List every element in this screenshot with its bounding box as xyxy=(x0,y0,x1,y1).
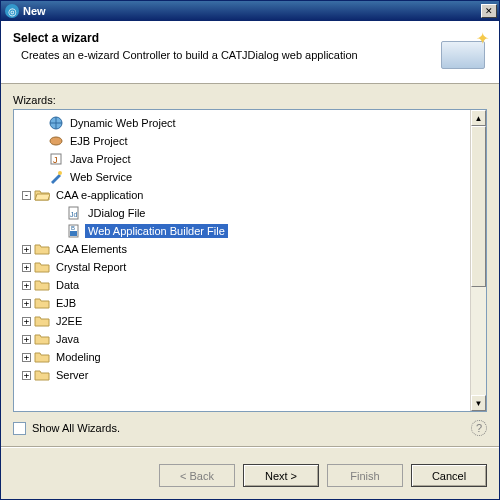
banner-description: Creates an e-wizard Controller to build … xyxy=(13,49,433,61)
banner-icon: ✦ xyxy=(433,31,487,71)
tree-item-label: Web Service xyxy=(67,170,135,184)
banner-text: Select a wizard Creates an e-wizard Cont… xyxy=(13,31,433,71)
tree-item-label: Java xyxy=(53,332,82,346)
svg-text:Jd: Jd xyxy=(70,211,78,218)
wizard-banner: Select a wizard Creates an e-wizard Cont… xyxy=(1,21,499,84)
back-button: < Back xyxy=(159,464,235,487)
show-all-checkbox[interactable] xyxy=(13,422,26,435)
folder-icon xyxy=(34,277,50,293)
tree-item-label: CAA e-application xyxy=(53,188,146,202)
vertical-scrollbar[interactable]: ▲ ▼ xyxy=(470,110,486,411)
expand-icon[interactable]: + xyxy=(22,263,31,272)
folder-icon xyxy=(34,295,50,311)
tree-item-caa-elements[interactable]: + CAA Elements xyxy=(16,240,468,258)
file-icon: B xyxy=(66,223,82,239)
finish-button: Finish xyxy=(327,464,403,487)
expand-icon[interactable]: + xyxy=(22,299,31,308)
tree-item-label: Dynamic Web Project xyxy=(67,116,179,130)
new-wizard-dialog: ◎ New ✕ Select a wizard Creates an e-wiz… xyxy=(0,0,500,500)
cancel-button[interactable]: Cancel xyxy=(411,464,487,487)
window-title: New xyxy=(23,5,481,17)
folder-open-icon xyxy=(34,187,50,203)
expand-icon[interactable]: + xyxy=(22,281,31,290)
tree-item-label: EJB xyxy=(53,296,79,310)
folder-icon xyxy=(34,313,50,329)
folder-icon xyxy=(34,259,50,275)
tree-item-label: Server xyxy=(53,368,91,382)
tree-item-jdialog[interactable]: Jd JDialog File xyxy=(16,204,468,222)
scroll-thumb[interactable] xyxy=(471,126,486,287)
tree-label: Wizards: xyxy=(13,94,487,106)
tree-item-label: Data xyxy=(53,278,82,292)
banner-heading: Select a wizard xyxy=(13,31,433,45)
expand-icon[interactable]: + xyxy=(22,245,31,254)
tree-item-modeling[interactable]: + Modeling xyxy=(16,348,468,366)
tree-item-ejb[interactable]: + EJB xyxy=(16,294,468,312)
svg-point-1 xyxy=(50,137,62,145)
close-button[interactable]: ✕ xyxy=(481,4,497,18)
scroll-track[interactable] xyxy=(471,126,486,395)
help-icon[interactable]: ? xyxy=(471,420,487,436)
button-bar: < Back Next > Finish Cancel xyxy=(1,454,499,499)
globe-icon xyxy=(48,115,64,131)
folder-icon xyxy=(34,349,50,365)
file-icon: Jd xyxy=(66,205,82,221)
tree-item-label: JDialog File xyxy=(85,206,148,220)
expand-icon[interactable]: + xyxy=(22,353,31,362)
java-icon: J xyxy=(48,151,64,167)
expander-icon xyxy=(36,119,45,128)
scroll-up-icon[interactable]: ▲ xyxy=(471,110,486,126)
next-button[interactable]: Next > xyxy=(243,464,319,487)
tree-item-server[interactable]: + Server xyxy=(16,366,468,384)
expand-icon[interactable]: + xyxy=(22,335,31,344)
bean-icon xyxy=(48,133,64,149)
expand-icon[interactable]: + xyxy=(22,317,31,326)
collapse-icon[interactable]: - xyxy=(22,191,31,200)
tree-item-label: Modeling xyxy=(53,350,104,364)
scroll-down-icon[interactable]: ▼ xyxy=(471,395,486,411)
show-all-label: Show All Wizards. xyxy=(32,422,120,434)
title-bar: ◎ New ✕ xyxy=(1,1,499,21)
svg-point-4 xyxy=(58,171,62,175)
app-icon: ◎ xyxy=(5,4,19,18)
folder-icon xyxy=(34,241,50,257)
svg-text:B: B xyxy=(71,225,75,231)
tree-item-crystal[interactable]: + Crystal Report xyxy=(16,258,468,276)
wizard-icon xyxy=(48,169,64,185)
expand-icon[interactable]: + xyxy=(22,371,31,380)
folder-icon xyxy=(34,331,50,347)
tree-item-java-project[interactable]: J Java Project xyxy=(16,150,468,168)
tree-item-label: Java Project xyxy=(67,152,134,166)
tree-item-label: CAA Elements xyxy=(53,242,130,256)
tree-item-data[interactable]: + Data xyxy=(16,276,468,294)
tree-item-j2ee[interactable]: + J2EE xyxy=(16,312,468,330)
folder-icon xyxy=(34,367,50,383)
tree-item-label: J2EE xyxy=(53,314,85,328)
tree-item-label: EJB Project xyxy=(67,134,130,148)
tree-item-wab-file[interactable]: B Web Application Builder File xyxy=(16,222,468,240)
svg-text:J: J xyxy=(53,155,58,165)
tree-item-web-service[interactable]: Web Service xyxy=(16,168,468,186)
tree-item-label: Web Application Builder File xyxy=(85,224,228,238)
tree-item-ejb-project[interactable]: EJB Project xyxy=(16,132,468,150)
tree-item-java[interactable]: + Java xyxy=(16,330,468,348)
tree-item-dynamic-web[interactable]: Dynamic Web Project xyxy=(16,114,468,132)
wizard-tree[interactable]: Dynamic Web Project EJB Project J Java P… xyxy=(13,109,487,412)
tree-item-label: Crystal Report xyxy=(53,260,129,274)
svg-rect-8 xyxy=(70,231,77,236)
separator xyxy=(1,446,499,448)
tree-item-caa-eapp[interactable]: - CAA e-application xyxy=(16,186,468,204)
